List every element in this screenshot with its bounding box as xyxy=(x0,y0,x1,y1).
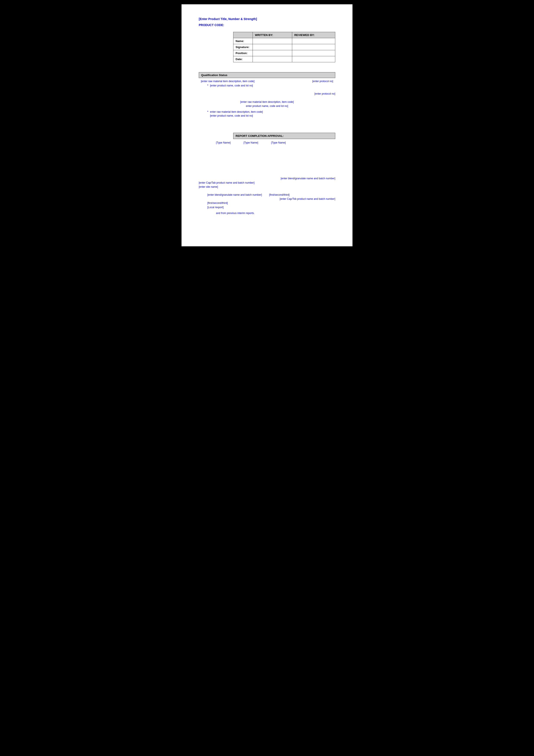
product-title: [Enter Product Title, Number & Strength] xyxy=(199,17,335,21)
reviewed-by-header: REVIEWED BY: xyxy=(292,32,335,38)
table-row: Name: xyxy=(233,38,335,44)
centered-line1: [enter raw material item description, it… xyxy=(240,100,294,103)
written-date-value[interactable] xyxy=(253,56,292,62)
empty-header xyxy=(233,32,253,38)
bottom-first-second-2: [first/second/third] xyxy=(207,202,228,204)
qualification-section: Qualification Status [enter raw material… xyxy=(199,72,335,118)
bottom-para-1: [enter blend/granulate name and batch nu… xyxy=(199,176,335,189)
bottom-para-3: and from previous interim reports. xyxy=(199,211,335,215)
product-code: PRODUCT CODE: xyxy=(199,23,335,27)
written-by-header: WRITTEN BY: xyxy=(253,32,292,38)
type-names-row: [Type Name] [Type Name] [Type Name] xyxy=(199,141,335,144)
table-row: Signature: xyxy=(233,44,335,50)
bottom-blend-batch-2: [enter blend/granulate name and batch nu… xyxy=(207,193,262,196)
centered-line2: enter product name, code and lot no] xyxy=(246,104,288,108)
table-row: Date: xyxy=(233,56,335,62)
report-approval-header: REPORT COMPLETION APPROVAL: xyxy=(233,133,335,139)
bottom-blend-batch: [enter blend/granulate name and batch nu… xyxy=(281,176,335,180)
table-row: Position: xyxy=(233,50,335,56)
type-name-2: [Type Name] xyxy=(243,141,258,144)
name-label: Name: xyxy=(233,38,253,44)
qual-line1: [enter raw material item description, it… xyxy=(201,80,255,83)
bullet-item-2: • enter raw material item description, i… xyxy=(199,110,335,118)
protocol-right: [enter protocol no] xyxy=(199,92,335,95)
bullet-icon: • xyxy=(207,84,208,88)
bottom-para-2: [enter blend/granulate name and batch nu… xyxy=(199,193,335,209)
bullet2-line2: [enter product name, code and lot no] xyxy=(210,114,253,117)
type-name-1: [Type Name] xyxy=(216,141,231,144)
bullet-icon-2: • xyxy=(207,110,208,118)
signature-label: Signature: xyxy=(233,44,253,50)
bullet-text-1: [enter product name, code and lot no] xyxy=(210,84,253,88)
report-section: REPORT COMPLETION APPROVAL: [Type Name] … xyxy=(199,133,335,144)
bottom-and-from: and from previous interim reports. xyxy=(216,212,255,215)
page: [Enter Product Title, Number & Strength]… xyxy=(182,4,352,246)
bottom-cap-tab: [enter Cap/Tab product name and batch nu… xyxy=(199,181,255,184)
qualification-header: Qualification Status xyxy=(199,72,335,78)
report-approval-table: REPORT COMPLETION APPROVAL: xyxy=(233,133,335,139)
bullet-item-1: • [enter product name, code and lot no] xyxy=(199,84,335,88)
bottom-site-name: [enter site name] xyxy=(199,185,218,188)
reviewed-date-value[interactable] xyxy=(292,56,335,62)
written-position-value[interactable] xyxy=(253,50,292,56)
bottom-first-second: [first/second/third] xyxy=(269,193,290,196)
reviewed-name-value[interactable] xyxy=(292,38,335,44)
position-label: Position: xyxy=(233,50,253,56)
approval-table: WRITTEN BY: REVIEWED BY: Name: Signature… xyxy=(233,32,335,62)
bottom-section: [enter blend/granulate name and batch nu… xyxy=(199,176,335,215)
type-name-3: [Type Name] xyxy=(271,141,286,144)
bullet2-right: enter raw material item description, ite… xyxy=(210,110,263,113)
bottom-local-export: [Local /export] xyxy=(207,206,223,209)
bottom-cap-tsb: [enter Cap/Tsb product name and batch nu… xyxy=(280,198,335,201)
written-name-value[interactable] xyxy=(253,38,292,44)
bullet-text-2: enter raw material item description, ite… xyxy=(210,110,263,118)
qual-line1-right: [enter protocol no] xyxy=(312,80,333,83)
date-label: Date: xyxy=(233,56,253,62)
written-signature-value[interactable] xyxy=(253,44,292,50)
centered-text: [enter raw material item description, it… xyxy=(199,100,335,108)
reviewed-position-value[interactable] xyxy=(292,50,335,56)
reviewed-signature-value[interactable] xyxy=(292,44,335,50)
